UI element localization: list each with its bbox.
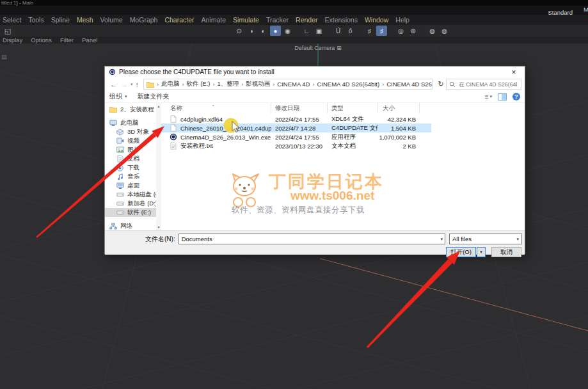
filename-input[interactable]: Documents ▾ bbox=[179, 234, 445, 244]
toolbar-icon[interactable]: ◍ bbox=[427, 26, 438, 36]
sidebar-item[interactable]: 网络 bbox=[105, 221, 161, 230]
preview-pane-icon[interactable] bbox=[498, 93, 507, 100]
column-header[interactable]: 大小 bbox=[377, 103, 420, 113]
new-folder-button[interactable]: 新建文件夹 bbox=[138, 92, 170, 101]
sidebar-item[interactable]: 文档 bbox=[105, 154, 161, 163]
toolbar-icon[interactable]: ▣ bbox=[314, 26, 324, 36]
camera-label[interactable]: Default Camera ⊞ bbox=[294, 45, 342, 51]
file-row[interactable]: Chinese_26010_20220401.c4dupdate 2022/4/… bbox=[161, 123, 431, 132]
sidebar-item[interactable]: 音乐 bbox=[105, 172, 161, 181]
menu-item[interactable]: Render bbox=[296, 16, 317, 24]
search-box[interactable] bbox=[446, 79, 521, 90]
sidebar-scrollbar[interactable]: ▲ ▼ bbox=[156, 103, 161, 230]
sidebar-item[interactable]: 2、安装教程 bbox=[105, 105, 161, 114]
file-date: 2023/10/13 22:30 bbox=[271, 143, 328, 150]
history-dropdown-icon[interactable]: ▾ bbox=[131, 82, 133, 87]
breadcrumb-segment[interactable]: › 软件 (E:) bbox=[180, 80, 211, 88]
cancel-button[interactable]: 取消 bbox=[491, 247, 521, 257]
toolbar-icon[interactable]: ∟ bbox=[301, 26, 312, 36]
organize-button[interactable]: 组织 ▾ bbox=[109, 92, 127, 101]
close-icon[interactable]: × bbox=[507, 67, 521, 77]
sidebar-item[interactable]: 此电脑 bbox=[105, 118, 161, 127]
viewport-menu-item[interactable]: Panel bbox=[82, 36, 97, 44]
new-folder-label: 新建文件夹 bbox=[138, 92, 170, 101]
menu-item[interactable]: Character bbox=[164, 16, 194, 24]
menu-item[interactable]: Spline bbox=[51, 16, 70, 24]
menu-item[interactable]: Volume bbox=[100, 16, 123, 24]
toolbar-icon[interactable]: ⊕ bbox=[408, 26, 418, 36]
sidebar-item-icon bbox=[116, 138, 124, 144]
toolbar-icon[interactable]: ◐ bbox=[258, 26, 269, 36]
column-header-label: 修改日期 bbox=[275, 104, 299, 113]
toolbar-icon[interactable]: ♯ bbox=[376, 26, 387, 36]
file-row[interactable]: Cinema4D_S26_26.013_Win.exe 2022/4/24 17… bbox=[161, 132, 431, 141]
toolbar-icon[interactable]: ◑ bbox=[246, 26, 257, 36]
toolbar-icon[interactable]: ● bbox=[270, 26, 281, 36]
help-icon[interactable]: ? bbox=[513, 93, 520, 100]
sidebar-item-label: 音乐 bbox=[127, 173, 139, 181]
file-row[interactable]: c4dplugin.xdl64 2022/4/24 17:55 XDL64 文件… bbox=[161, 115, 431, 123]
toolbar-icon[interactable]: ◎ bbox=[395, 26, 406, 36]
file-size: 2 KB bbox=[377, 143, 420, 150]
sidebar-item[interactable]: 桌面 bbox=[105, 181, 161, 190]
menu-item[interactable]: Extensions bbox=[325, 16, 358, 24]
sidebar-item-icon bbox=[116, 155, 124, 163]
camera-menu-icon[interactable]: ⊞ bbox=[337, 45, 342, 51]
menu-item[interactable]: MoGraph bbox=[130, 16, 158, 24]
toolbar-icon[interactable]: ♯ bbox=[364, 26, 375, 36]
open-button[interactable]: 打开(O) bbox=[446, 247, 476, 257]
breadcrumb-segment[interactable]: › CINEMA 4D S26(64bit) bbox=[379, 80, 433, 88]
back-icon[interactable]: ← bbox=[110, 81, 117, 88]
up-icon[interactable]: ↑ bbox=[136, 81, 139, 88]
sidebar-item-label: 此电脑 bbox=[120, 119, 139, 127]
sidebar-item[interactable]: 图片 bbox=[105, 145, 161, 154]
column-header[interactable]: 名称 ▴ bbox=[161, 103, 271, 113]
scroll-up-icon[interactable]: ▲ bbox=[157, 104, 161, 108]
menu-item[interactable]: Animate bbox=[202, 16, 226, 24]
toolbar-icon[interactable]: ó bbox=[345, 26, 356, 36]
toolbar-icon[interactable]: ◍ bbox=[439, 26, 450, 36]
sidebar-item[interactable]: 新加卷 (D:) bbox=[105, 199, 161, 208]
breadcrumb-segment[interactable]: › 1、整理 bbox=[210, 80, 239, 88]
menu-item[interactable]: Select bbox=[3, 16, 21, 24]
filename-dropdown-icon[interactable]: ▾ bbox=[440, 237, 443, 242]
viewport-menu-item[interactable]: Filter bbox=[60, 36, 74, 44]
forward-icon[interactable]: → bbox=[121, 81, 128, 88]
menu-item[interactable]: Help bbox=[395, 16, 409, 24]
sidebar-item[interactable]: 下载 bbox=[105, 163, 161, 172]
menu-item[interactable]: Tracker bbox=[266, 16, 289, 24]
view-mode-button[interactable]: ≡ ▾ bbox=[485, 93, 492, 100]
sidebar-item[interactable]: 视频 bbox=[105, 136, 161, 145]
toolbar-icon[interactable]: ◉ bbox=[282, 26, 293, 36]
scroll-down-icon[interactable]: ▼ bbox=[157, 225, 161, 229]
file-row[interactable]: 安装教程.txt 2023/10/13 22:30 文本文档 2 KB bbox=[161, 141, 431, 150]
menu-item[interactable]: Tools bbox=[28, 16, 44, 24]
breadcrumb-segment[interactable]: › 影视动画 bbox=[239, 80, 270, 88]
sidebar-item[interactable]: 软件 (E:) bbox=[105, 208, 161, 217]
search-input[interactable] bbox=[457, 81, 518, 88]
breadcrumb[interactable]: › 此电脑 › 软件 (E:) › 1、整理 › 影视动画 › CINEMA 4… bbox=[143, 79, 433, 90]
breadcrumb-segment[interactable]: › CINEMA 4D bbox=[270, 80, 310, 88]
sidebar-item[interactable]: 3D 对象 bbox=[105, 127, 161, 136]
breadcrumb-segment[interactable]: › CINEMA 4D S26(64bit) bbox=[310, 80, 379, 88]
column-header[interactable]: 修改日期 bbox=[271, 103, 328, 113]
viewport-menu-item[interactable]: Display bbox=[3, 36, 22, 44]
layout-tab-next[interactable]: M bbox=[584, 6, 588, 13]
menu-item[interactable]: Simulate bbox=[233, 16, 259, 24]
viewport-menu-item[interactable]: Options bbox=[31, 36, 52, 44]
toolbar-icon[interactable]: ⊙ bbox=[234, 26, 244, 36]
open-split-dropdown[interactable]: ▼ bbox=[477, 247, 486, 257]
column-header[interactable]: 类型 bbox=[328, 103, 377, 113]
breadcrumb-separator-icon: › bbox=[241, 81, 243, 88]
menu-item[interactable]: Window bbox=[365, 16, 388, 24]
filetype-select[interactable]: All files ▾ bbox=[449, 234, 522, 244]
toolbar-icon[interactable]: Ú bbox=[333, 26, 344, 36]
refresh-icon[interactable]: ↻ bbox=[436, 80, 446, 88]
sidebar-item-label: 新加卷 (D:) bbox=[127, 200, 157, 208]
column-header-label: 名称 bbox=[170, 104, 182, 113]
sidebar-item-label: 图片 bbox=[127, 146, 139, 154]
sidebar-item[interactable]: 本地磁盘 (C:) bbox=[105, 190, 161, 199]
breadcrumb-segment[interactable]: › 此电脑 bbox=[154, 80, 180, 88]
layout-icon[interactable]: ◱ bbox=[3, 27, 13, 35]
menu-item[interactable]: Mesh bbox=[77, 16, 93, 24]
